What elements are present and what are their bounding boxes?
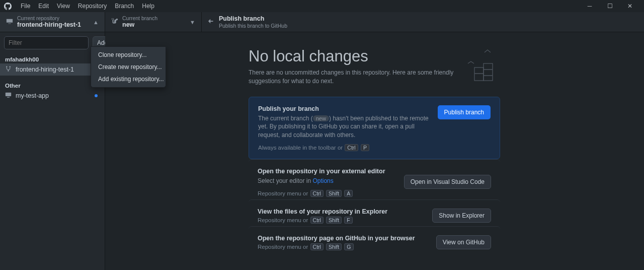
empty-state-illustration-icon	[465, 48, 496, 86]
window-controls: ─ ☐ ✕	[580, 3, 640, 10]
kbd: Shift	[326, 243, 342, 250]
kbd: Ctrl	[310, 217, 324, 224]
card-shortcut-hint: Repository menu or Ctrl Shift F	[258, 217, 426, 223]
publish-branch-label: Publish branch	[219, 15, 287, 22]
add-dropdown-menu: Clone repository... Create new repositor…	[91, 46, 166, 88]
toolbar: Current repository frontend-hiring-test-…	[0, 12, 644, 32]
publish-branch-toolbar[interactable]: Publish branch Publish this branch to Gi…	[202, 12, 644, 32]
chevron-down-icon: ▼	[190, 19, 195, 25]
upload-icon	[208, 18, 215, 27]
sidebar-repo-name: frontend-hiring-test-1	[16, 66, 74, 73]
main-content: No local changes There are no uncommitte…	[105, 32, 644, 270]
svg-point-0	[6, 66, 8, 68]
show-in-explorer-button[interactable]: Show in Explorer	[432, 209, 491, 223]
kbd: F	[344, 217, 352, 224]
menu-repository[interactable]: Repository	[74, 3, 111, 10]
menu-view[interactable]: View	[53, 3, 74, 10]
svg-point-1	[9, 66, 11, 68]
current-repository-label: Current repository	[17, 15, 81, 21]
svg-point-2	[8, 70, 9, 72]
kbd: G	[344, 243, 353, 250]
card-description: Select your editor in Options	[258, 177, 398, 185]
menu-file[interactable]: File	[17, 3, 34, 10]
publish-branch-button[interactable]: Publish branch	[438, 105, 491, 119]
current-repository-value: frontend-hiring-test-1	[17, 21, 81, 28]
menu-create-new-repository[interactable]: Create new repository...	[91, 61, 166, 73]
view-on-github-button[interactable]: View on GitHub	[436, 235, 491, 249]
sidebar-repo-name: my-test-app	[16, 92, 49, 99]
svg-rect-5	[474, 68, 484, 81]
kbd: P	[361, 144, 369, 151]
menu-help[interactable]: Help	[138, 3, 158, 10]
publish-branch-card: Publish your branch The current branch (…	[249, 97, 500, 159]
kbd: A	[344, 190, 353, 197]
menu-branch[interactable]: Branch	[111, 3, 138, 10]
open-in-editor-button[interactable]: Open in Visual Studio Code	[404, 175, 491, 189]
kbd: Ctrl	[310, 190, 324, 197]
card-title: View the files of your repository in Exp…	[258, 208, 426, 215]
current-branch-label: Current branch	[122, 15, 157, 21]
current-branch-value: new	[122, 21, 157, 28]
desktop-icon	[6, 18, 13, 27]
page-title: No local changes	[249, 47, 500, 65]
menu-add-existing-repository[interactable]: Add existing repository...	[91, 73, 166, 85]
show-in-explorer-card: View the files of your repository in Exp…	[249, 199, 500, 226]
open-editor-card: Open the repository in your external edi…	[249, 159, 500, 199]
svg-rect-3	[6, 93, 11, 96]
svg-rect-4	[7, 97, 10, 98]
menu-clone-repository[interactable]: Clone repository...	[91, 49, 166, 61]
current-branch-selector[interactable]: Current branch new ▼	[105, 12, 202, 32]
minimize-button[interactable]: ─	[580, 3, 600, 10]
page-subtitle: There are no uncommitted changes in this…	[249, 69, 455, 86]
kbd: Ctrl	[310, 243, 324, 250]
chevron-up-icon: ▲	[93, 19, 99, 25]
fork-icon	[5, 65, 12, 74]
kbd: Shift	[326, 190, 342, 197]
svg-rect-6	[484, 63, 493, 81]
card-title: Publish your branch	[258, 105, 432, 112]
sidebar-group-title: Other	[0, 80, 105, 90]
sidebar-group-title: mfahadkh00	[0, 53, 105, 63]
view-on-github-card: Open the repository page on GitHub in yo…	[249, 226, 500, 253]
options-link[interactable]: Options	[312, 177, 333, 184]
card-shortcut-hint: Repository menu or Ctrl Shift G	[258, 244, 430, 250]
card-title: Open the repository page on GitHub in yo…	[258, 235, 430, 242]
uncommitted-dot-icon	[95, 94, 98, 97]
git-branch-icon	[111, 18, 118, 27]
desktop-icon	[5, 92, 12, 100]
branch-pill: new	[313, 115, 329, 121]
sidebar-repo-item[interactable]: my-test-app	[0, 90, 105, 102]
kbd: Ctrl	[345, 144, 358, 151]
card-shortcut-hint: Repository menu or Ctrl Shift A	[258, 190, 398, 196]
card-description: The current branch (new) hasn't been pub…	[258, 114, 432, 140]
publish-branch-hint: Publish this branch to GitHub	[219, 23, 287, 29]
card-title: Open the repository in your external edi…	[258, 168, 398, 175]
current-repository-selector[interactable]: Current repository frontend-hiring-test-…	[0, 12, 105, 32]
github-logo-icon	[4, 3, 12, 10]
filter-input[interactable]	[4, 36, 89, 49]
menubar: File Edit View Repository Branch Help ─ …	[0, 0, 644, 12]
maximize-button[interactable]: ☐	[600, 3, 620, 10]
close-button[interactable]: ✕	[620, 3, 640, 10]
sidebar-repo-item[interactable]: frontend-hiring-test-1	[0, 63, 105, 76]
repository-sidebar: Add ▼ mfahadkh00 frontend-hiring-test-1 …	[0, 32, 105, 270]
kbd: Shift	[326, 217, 342, 224]
card-shortcut-hint: Always available in the toolbar or Ctrl …	[258, 145, 432, 151]
menu-edit[interactable]: Edit	[34, 3, 53, 10]
